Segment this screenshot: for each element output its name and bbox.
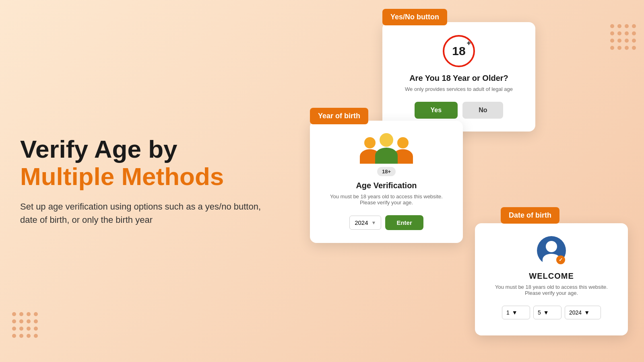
no-button[interactable]: No xyxy=(462,102,503,119)
enter-button[interactable]: Enter xyxy=(385,215,423,230)
year-dob-dropdown[interactable]: 2024 ▼ xyxy=(565,306,601,319)
year-dropdown[interactable]: 2024 ▼ xyxy=(349,216,381,230)
year-card-subtitle: You must be 18 years old to access this … xyxy=(323,193,450,206)
month-value: 5 xyxy=(538,309,541,316)
dots-decoration-bottom-left xyxy=(12,312,38,338)
tag-yes-no: Yes/No button xyxy=(382,9,447,25)
age-badge-year: 18+ xyxy=(377,167,396,176)
right-section: Yes/No button 18 + Are You 18 Year or Ol… xyxy=(362,0,644,362)
card-date-of-birth: ✓ WELCOME You must be 18 years old to ac… xyxy=(475,223,628,335)
month-chevron-icon: ▼ xyxy=(543,309,549,316)
welcome-title: WELCOME xyxy=(488,272,615,281)
year-value: 2024 xyxy=(355,219,368,226)
people-icon-group xyxy=(323,134,450,164)
subtitle-text: Set up age verification using options su… xyxy=(20,200,278,226)
age-number: 18 xyxy=(452,44,465,58)
title-text-highlight: Multiple Methods xyxy=(20,162,224,190)
age-circle: 18 + xyxy=(443,35,475,67)
avatar-icon: ✓ xyxy=(537,236,566,265)
day-value: 1 xyxy=(506,309,510,316)
yesno-btn-group: Yes No xyxy=(395,102,522,119)
tag-date-of-birth: Date of birth xyxy=(501,207,559,224)
main-title: Verify Age by Multiple Methods xyxy=(20,136,278,190)
age-18-icon: 18 + xyxy=(443,35,475,67)
year-dob-value: 2024 xyxy=(569,309,582,316)
year-dob-chevron-icon: ▼ xyxy=(584,309,590,316)
day-chevron-icon: ▼ xyxy=(512,309,518,316)
dob-select-group: 1 ▼ 5 ▼ 2024 ▼ xyxy=(488,306,615,319)
month-dropdown[interactable]: 5 ▼ xyxy=(533,306,561,319)
yesno-card-title: Are You 18 Year or Older? xyxy=(395,74,522,83)
tag-year-of-birth: Year of birth xyxy=(310,108,368,124)
title-text-plain: Verify Age by xyxy=(20,135,178,163)
card-year-of-birth: 18+ Age Verification You must be 18 year… xyxy=(310,121,463,243)
year-chevron-icon: ▼ xyxy=(372,220,376,226)
year-select-group: 2024 ▼ Enter xyxy=(323,215,450,230)
left-section: Verify Age by Multiple Methods Set up ag… xyxy=(20,136,278,226)
day-dropdown[interactable]: 1 ▼ xyxy=(502,306,530,319)
person-center-icon xyxy=(375,133,398,164)
avatar-head xyxy=(546,241,557,252)
dob-card-subtitle: You must be 18 years old to access this … xyxy=(488,284,615,296)
card-yes-no: 18 + Are You 18 Year or Older? We only p… xyxy=(382,22,535,132)
avatar-check-icon: ✓ xyxy=(556,255,565,264)
age-plus: + xyxy=(466,39,471,47)
yesno-card-subtitle: We only provides services to adult of le… xyxy=(395,86,522,92)
year-card-title: Age Verification xyxy=(323,181,450,190)
yes-button[interactable]: Yes xyxy=(415,102,458,119)
